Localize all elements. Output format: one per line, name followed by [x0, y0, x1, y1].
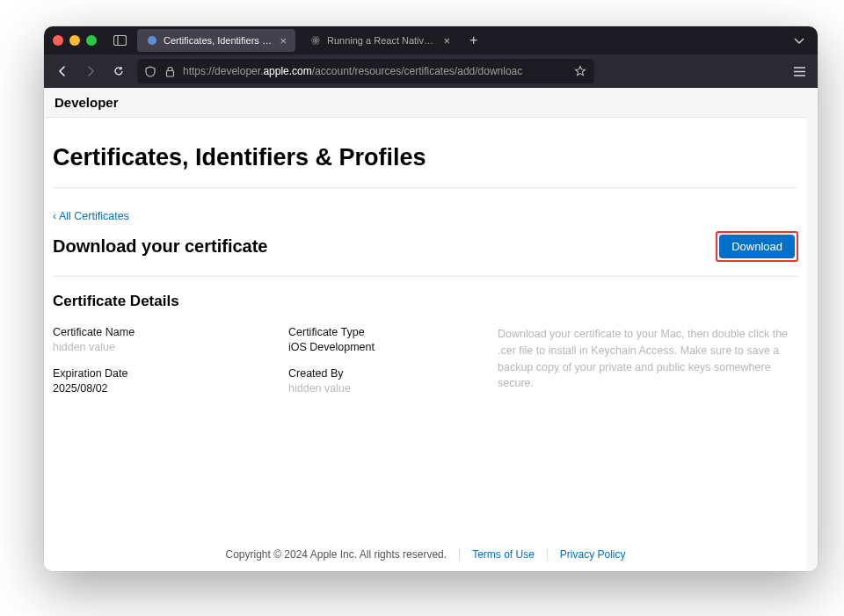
close-tab-icon[interactable]: × [443, 34, 450, 47]
close-window-button[interactable] [53, 35, 63, 46]
expiration-date-value: 2025/08/02 [53, 382, 281, 395]
privacy-policy-link[interactable]: Privacy Policy [560, 548, 626, 561]
certificate-details-heading: Certificate Details [53, 293, 798, 310]
maximize-window-button[interactable] [86, 35, 97, 46]
back-to-certificates-link[interactable]: ‹ All Certificates [53, 210, 129, 222]
browser-window: Certificates, Identifiers & Profile × Ru… [44, 26, 818, 571]
shield-icon[interactable] [144, 66, 156, 77]
svg-point-2 [148, 36, 156, 45]
titlebar: Certificates, Identifiers & Profile × Ru… [44, 26, 818, 54]
close-tab-icon[interactable]: × [280, 34, 287, 47]
tab-strip: Certificates, Identifiers & Profile × Ru… [137, 29, 786, 52]
window-controls [53, 35, 97, 46]
tab-react-native[interactable]: Running a React Native App on × [301, 29, 459, 52]
tab-title: Certificates, Identifiers & Profile [164, 35, 274, 46]
download-certificate-heading: Download your certificate [53, 236, 268, 257]
sidebar-toggle-icon[interactable] [109, 31, 130, 50]
created-by-value: hidden value [288, 382, 491, 395]
svg-rect-7 [166, 70, 173, 76]
download-button[interactable]: Download [719, 235, 795, 258]
expiration-date-label: Expiration Date [53, 367, 281, 380]
reload-button[interactable] [109, 62, 128, 81]
apple-developer-header: Developer [44, 88, 807, 118]
footer-separator [459, 548, 460, 561]
back-button[interactable] [53, 62, 72, 81]
apple-favicon [146, 34, 158, 47]
page-title: Certificates, Identifiers & Profiles [53, 135, 797, 188]
react-favicon [309, 34, 322, 47]
copyright-text: Copyright © 2024 Apple Inc. All rights r… [225, 548, 447, 561]
certificate-type-label: Certificate Type [288, 326, 491, 338]
bookmark-star-icon[interactable] [573, 65, 587, 77]
certificate-name-label: Certificate Name [53, 326, 281, 338]
address-bar[interactable]: https://developer.apple.com/account/reso… [137, 59, 594, 83]
developer-label: Developer [55, 95, 119, 110]
download-help-text: Download your certificate to your Mac, t… [498, 326, 798, 409]
minimize-window-button[interactable] [69, 35, 80, 46]
url-text: https://developer.apple.com/account/reso… [183, 65, 566, 77]
download-button-highlight: Download [716, 231, 798, 262]
menu-button[interactable] [789, 66, 809, 77]
certificate-details-grid: Certificate Name hidden value Expiration… [53, 326, 798, 409]
new-tab-button[interactable]: + [464, 33, 483, 48]
nav-toolbar: https://developer.apple.com/account/reso… [44, 54, 818, 88]
terms-of-use-link[interactable]: Terms of Use [472, 548, 535, 561]
lock-icon[interactable] [164, 66, 176, 77]
created-by-label: Created By [288, 367, 491, 380]
page-footer: Copyright © 2024 Apple Inc. All rights r… [44, 548, 807, 561]
forward-button[interactable] [81, 62, 100, 81]
overflow-chevron-icon[interactable] [793, 36, 809, 45]
svg-rect-0 [113, 36, 126, 46]
svg-point-3 [315, 40, 316, 41]
developer-logo[interactable]: Developer [53, 95, 119, 110]
certificate-type-value: iOS Development [288, 341, 491, 353]
certificate-name-value: hidden value [53, 341, 281, 353]
tab-certificates[interactable]: Certificates, Identifiers & Profile × [137, 29, 295, 52]
footer-separator [547, 548, 548, 561]
tab-title: Running a React Native App on [327, 35, 438, 46]
page-content: Developer Certificates, Identifiers & Pr… [44, 88, 818, 571]
